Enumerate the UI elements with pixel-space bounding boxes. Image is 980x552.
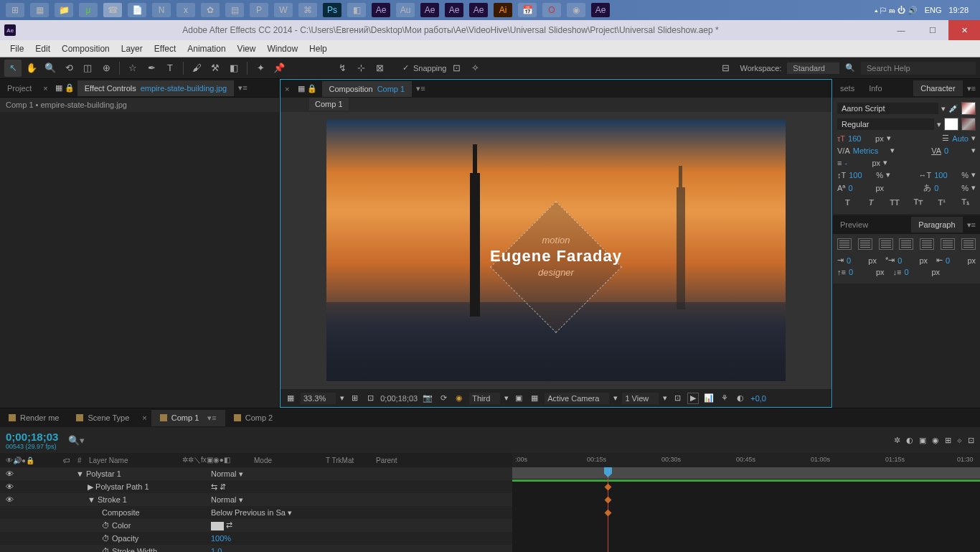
- menu-animation[interactable]: Animation: [182, 41, 231, 57]
- eraser-tool-icon[interactable]: ◧: [225, 60, 242, 77]
- italic-button[interactable]: T: [863, 198, 879, 207]
- no-stroke-swatch[interactable]: [961, 118, 976, 131]
- smallcaps-button[interactable]: Tᴛ: [910, 197, 926, 207]
- timeline-icon[interactable]: 📊: [703, 393, 715, 404]
- hscale-value[interactable]: 100: [934, 171, 958, 179]
- zoom-selector[interactable]: 33.3%: [301, 393, 336, 404]
- timeline-layer-list[interactable]: 👁▼ Polystar 1Normal ▾ 👁▶ Polystar Path 1…: [0, 467, 512, 552]
- task-app[interactable]: 📅: [518, 3, 537, 17]
- axis-world-icon[interactable]: ⊹: [352, 60, 369, 77]
- roto-tool-icon[interactable]: ✦: [252, 60, 269, 77]
- shape-tool-icon[interactable]: ☆: [124, 60, 141, 77]
- justify-all-icon[interactable]: [961, 238, 976, 250]
- task-word[interactable]: W: [274, 3, 293, 17]
- current-time-display[interactable]: 0;00;18;03: [6, 431, 58, 443]
- pen-tool-icon[interactable]: ✒: [143, 60, 160, 77]
- grid-icon[interactable]: ⊡: [364, 393, 376, 404]
- composition-viewer[interactable]: motion Eugene Faraday designer: [280, 112, 832, 389]
- timeline-track-area[interactable]: [512, 467, 980, 552]
- draft3d-icon[interactable]: ◐: [906, 436, 913, 445]
- search-toggle-icon[interactable]: ⊟: [717, 60, 734, 77]
- snap-opt-icon[interactable]: ⊡: [448, 60, 466, 77]
- channel-icon[interactable]: ⟳: [438, 393, 449, 404]
- info-tab[interactable]: Info: [862, 80, 889, 96]
- flowchart-icon[interactable]: ⚘: [719, 393, 730, 404]
- start-button[interactable]: ⊞: [6, 3, 24, 17]
- character-tab[interactable]: Character: [913, 80, 962, 96]
- justify-last-right-icon[interactable]: [941, 238, 955, 250]
- stroke-width-value[interactable]: -: [844, 159, 869, 167]
- camera-selector[interactable]: Active Camera: [545, 393, 609, 404]
- comp-mini-flowchart-icon[interactable]: ✲: [894, 436, 900, 445]
- task-app[interactable]: ✿: [201, 3, 220, 17]
- col-mode[interactable]: Mode: [254, 457, 326, 464]
- keyframe[interactable]: [605, 510, 612, 517]
- tab-close-icon[interactable]: ×: [281, 85, 293, 93]
- font-style-selector[interactable]: Regular: [837, 118, 934, 130]
- task-app[interactable]: 📄: [128, 3, 146, 17]
- kerning-value[interactable]: Metrics: [853, 146, 887, 155]
- system-tray[interactable]: ▴ ⚐ ᵯ ⏻ 🔊 ENG 19:28: [875, 6, 977, 15]
- tab-close-icon[interactable]: ×: [39, 84, 52, 93]
- effect-controls-body[interactable]: [0, 112, 279, 408]
- timeline-tab-scene[interactable]: Scene Type: [67, 410, 138, 426]
- task-app[interactable]: P: [250, 3, 268, 17]
- snap-opt-icon[interactable]: ✧: [467, 60, 484, 77]
- stamp-tool-icon[interactable]: ⚒: [207, 60, 224, 77]
- caps-button[interactable]: TT: [887, 198, 903, 207]
- auto-keyframe-icon[interactable]: ⟐: [957, 436, 962, 445]
- effect-file-link[interactable]: empire-state-building.jpg: [141, 84, 227, 93]
- zoom-tool-icon[interactable]: 🔍: [42, 60, 59, 77]
- workspace-selector[interactable]: Standard: [787, 62, 839, 74]
- comp-name-tab[interactable]: Comp 1: [309, 98, 349, 111]
- justify-last-left-icon[interactable]: [899, 238, 913, 250]
- align-center-icon[interactable]: [858, 238, 872, 250]
- col-trkmat[interactable]: T TrkMat: [326, 457, 376, 464]
- baseline-value[interactable]: 0: [848, 184, 872, 192]
- fast-preview-icon[interactable]: ▶: [687, 393, 699, 404]
- effect-controls-tab[interactable]: Effect Controls empire-state-building.jp…: [77, 80, 234, 96]
- task-onenote[interactable]: N: [152, 3, 171, 17]
- graph-editor-icon[interactable]: ⊡: [968, 436, 974, 445]
- frame-blend-icon[interactable]: ▣: [919, 436, 926, 445]
- selection-tool-icon[interactable]: ↖: [4, 60, 22, 77]
- timeline-search-icon[interactable]: 🔍▾: [68, 435, 85, 446]
- task-app[interactable]: ⌘: [298, 3, 317, 17]
- task-ae[interactable]: Ae: [420, 3, 439, 17]
- pan-behind-tool-icon[interactable]: ⊕: [98, 60, 115, 77]
- menu-composition[interactable]: Composition: [56, 41, 116, 57]
- vscale-value[interactable]: 100: [849, 171, 873, 179]
- keyframe[interactable]: [605, 484, 612, 491]
- eyedropper-icon[interactable]: 💉: [948, 104, 958, 113]
- menu-file[interactable]: File: [4, 41, 29, 57]
- snapshot-icon[interactable]: 📷: [422, 393, 433, 404]
- menu-effect[interactable]: Effect: [149, 41, 182, 57]
- windows-taskbar[interactable]: ⊞ ▦ 📁 μ ☎ 📄 N x ✿ ▤ P W ⌘ Ps ◧ Ae Au Ae …: [0, 0, 980, 20]
- task-audition[interactable]: Au: [396, 3, 415, 17]
- hand-tool-icon[interactable]: ✋: [23, 60, 40, 77]
- camera-tool-icon[interactable]: ◫: [79, 60, 96, 77]
- col-parent[interactable]: Parent: [376, 457, 397, 464]
- task-ae[interactable]: Ae: [445, 3, 463, 17]
- font-family-selector[interactable]: Aaron Script: [837, 103, 938, 114]
- tracking-value[interactable]: 0: [944, 146, 969, 155]
- sets-tab[interactable]: sets: [833, 80, 862, 96]
- tab-close-icon[interactable]: ×: [138, 413, 151, 422]
- puppet-tool-icon[interactable]: 📌: [270, 60, 288, 77]
- reset-exposure-icon[interactable]: ◐: [735, 393, 746, 404]
- axis-local-icon[interactable]: ↯: [334, 60, 351, 77]
- timeline-tab-render[interactable]: Render me: [0, 410, 67, 426]
- close-button[interactable]: ✕: [948, 20, 980, 40]
- task-app[interactable]: ◧: [347, 3, 366, 17]
- task-illustrator[interactable]: Ai: [494, 3, 512, 17]
- motion-blur-icon[interactable]: ◉: [932, 436, 939, 445]
- keyframe[interactable]: [605, 497, 612, 504]
- exposure-value[interactable]: +0,0: [750, 394, 766, 403]
- brush-tool-icon[interactable]: 🖌: [188, 60, 205, 77]
- transparency-icon[interactable]: ▦: [529, 393, 540, 404]
- tsume-value[interactable]: 0: [934, 184, 958, 192]
- tray-clock[interactable]: 19:28: [948, 6, 969, 14]
- preview-tab[interactable]: Preview: [833, 217, 875, 233]
- views-selector[interactable]: 1 View: [622, 393, 659, 404]
- font-size-value[interactable]: 160: [848, 134, 872, 143]
